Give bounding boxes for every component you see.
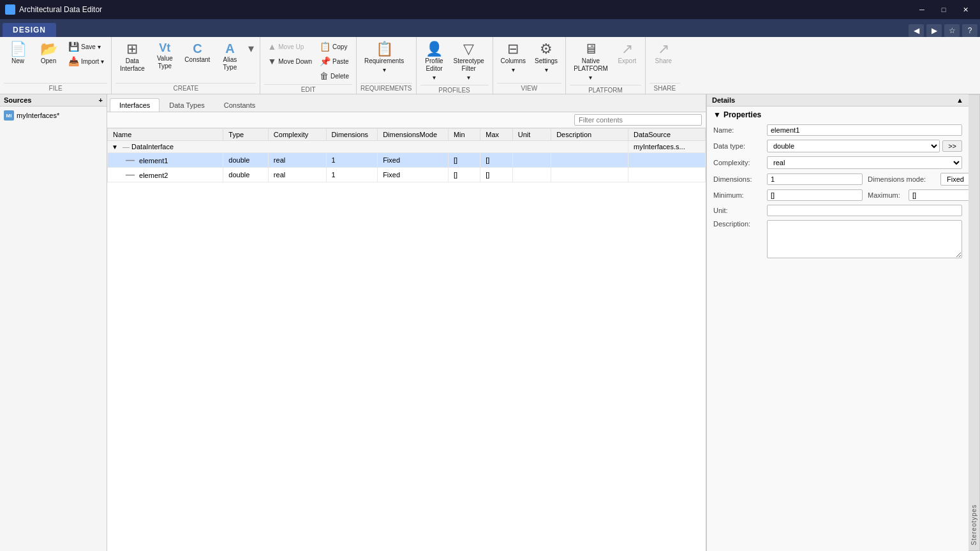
alias-type-label: Alias Type [223,56,237,71]
prop-min-input[interactable] [767,189,863,201]
paste-button[interactable]: 📌 Paste [316,54,352,68]
table-row[interactable]: — element1 double real 1 Fixed [] [] [108,153,706,168]
minimize-button[interactable]: ─ [912,3,932,16]
myinterfaces-icon: MI [4,110,14,121]
stereotypes-tab[interactable]: Stereotypes [969,94,980,551]
settings-button[interactable]: ⚙ Settings ▾ [531,40,561,76]
prop-dimensions-label: Dimensions: [713,175,764,183]
copy-paste-col: 📋 Copy 📌 Paste 🗑 Delete [316,40,352,83]
new-button[interactable]: 📄 New [4,40,32,68]
sources-title: Sources [4,96,31,104]
help-button[interactable]: ? [962,24,977,37]
back-button[interactable]: ◀ [909,24,924,37]
prop-unit-label: Unit: [713,207,764,214]
open-button[interactable]: 📂 Open [34,40,63,68]
cell-type: double [223,168,269,182]
col-header-complexity: Complexity [268,129,326,141]
sources-tree-item-myinterfaces[interactable]: MI myInterfaces* [1,109,105,122]
delete-button[interactable]: 🗑 Delete [316,69,352,83]
prop-unit-input[interactable] [767,205,962,216]
ribbon-share-section: ↗ Share SHARE [646,37,684,94]
cell-dimensions: 1 [326,168,378,182]
move-up-button[interactable]: ▲ Move Up [264,40,315,54]
prop-datatype-select[interactable]: double [767,140,940,152]
prop-datatype-row: Data type: double >> [713,140,962,152]
prop-datatype-label: Data type: [713,142,764,150]
prop-complexity-select[interactable]: real complex [767,156,962,169]
col-header-max: Max [480,129,512,141]
native-dropdown: ▾ [589,74,592,81]
requirements-button[interactable]: 📋 Requirements ▾ [360,40,408,76]
ribbon-requirements-section: 📋 Requirements ▾ REQUIREMENTS [357,37,417,94]
share-button[interactable]: ↗ Share [650,40,678,68]
stereotype-filter-button[interactable]: ▽ Stereotype Filter ▾ [450,40,488,84]
table-row[interactable]: — element2 double real 1 Fixed [] [] [108,168,706,182]
prop-dimensions-input[interactable] [767,173,863,185]
profile-editor-button[interactable]: 👤 Profile Editor ▾ [420,40,449,84]
data-interface-button[interactable]: ⊞ Data Interface [115,40,149,75]
sources-add-icon[interactable]: + [99,96,103,104]
tab-data-types[interactable]: Data Types [160,98,214,112]
table-body: ▼ — DataInterface myInterfaces.s... — el… [108,141,706,182]
cell-max: [] [480,153,512,168]
prop-max-input[interactable] [909,189,969,201]
cell-unit [512,168,551,182]
constant-button[interactable]: C Constant [181,40,214,66]
settings-label: Settings [535,57,558,65]
prop-dimmode-select[interactable]: Fixed Variable [940,173,969,186]
alias-type-button[interactable]: A Alias Type [215,40,244,74]
value-type-button[interactable]: Vt Value Type [150,40,179,73]
requirements-dropdown-icon: ▾ [383,66,386,73]
import-icon: 📥 [68,56,79,66]
move-down-button[interactable]: ▼ Move Down [264,54,315,68]
native-icon: 🖥 [584,42,598,56]
prop-dimmode-label: Dimensions mode: [868,175,938,183]
cell-dimensions: 1 [326,153,378,168]
forward-button[interactable]: ▶ [926,24,942,37]
details-expand-icon[interactable]: ▲ [956,96,963,104]
columns-button[interactable]: ⊟ Columns ▾ [497,40,530,76]
copy-icon: 📋 [320,41,330,52]
table-group-row[interactable]: ▼ — DataInterface myInterfaces.s... [108,141,706,153]
prop-datatype-arrow-btn[interactable]: >> [942,140,962,152]
value-type-label: Value Type [157,55,173,70]
import-button[interactable]: 📥 Import ▾ [65,54,107,68]
tab-interfaces[interactable]: Interfaces [110,98,160,112]
export-button[interactable]: ↗ Export [613,40,641,68]
app-title: Architectural Data Editor [19,5,102,14]
paste-label: Paste [332,58,349,65]
edit-section-label: EDIT [264,84,352,95]
profile-editor-icon: 👤 [426,42,443,56]
save-import-col: 💾 Save ▾ 📥 Import ▾ [65,40,107,68]
prop-name-input[interactable] [767,124,962,136]
maximize-button[interactable]: □ [934,3,953,16]
data-table-wrapper: Name Type Complexity Dimensions Dimensio… [107,128,706,551]
ribbon-create-section: ⊞ Data Interface Vt Value Type C Constan… [112,37,260,94]
export-icon: ↗ [621,42,633,56]
design-tab-right-controls: ◀ ▶ ☆ ? [909,24,980,37]
share-section-label: SHARE [650,83,680,94]
import-dropdown-icon: ▾ [101,58,104,65]
group-expand-icon[interactable]: ▼ [112,143,118,151]
native-button[interactable]: 🖥 Native PLATFORM ▾ [570,40,612,84]
main-body: Sources + MI myInterfaces* Interfaces Da… [0,94,980,551]
properties-collapse-icon[interactable]: ▼ [713,110,721,119]
star-button[interactable]: ☆ [944,24,960,37]
stereotype-filter-icon: ▽ [463,42,474,56]
tab-constants[interactable]: Constants [214,98,265,112]
constant-label: Constant [184,56,210,64]
details-title: Details [712,96,735,104]
close-button[interactable]: ✕ [956,3,975,16]
requirements-icon: 📋 [376,42,393,56]
create-more-button[interactable]: ▾ [246,40,256,57]
prop-description-textarea[interactable] [767,220,962,258]
new-icon: 📄 [10,42,27,56]
design-tab[interactable]: DESIGN [3,23,56,37]
copy-button[interactable]: 📋 Copy [316,40,352,54]
prop-minmax-row: Minimum: Maximum: [713,189,962,201]
prop-complexity-row: Complexity: real complex [713,156,962,169]
data-interface-icon: ⊞ [126,42,138,56]
save-button[interactable]: 💾 Save ▾ [65,40,107,54]
filter-input[interactable] [574,114,702,126]
ribbon-view-section: ⊟ Columns ▾ ⚙ Settings ▾ VIEW [493,37,567,94]
